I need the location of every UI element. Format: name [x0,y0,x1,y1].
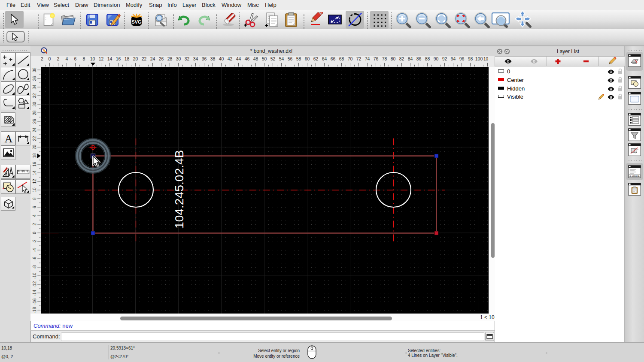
svg-text:66: 66 [331,56,336,61]
svg-text:14: 14 [107,56,112,61]
svg-text:10: 10 [90,56,95,61]
svg-text:26: 26 [32,119,37,124]
svg-text:18: 18 [125,56,130,61]
svg-text:-4: -4 [32,248,37,252]
svg-text:2: 2 [32,223,37,226]
svg-text:56: 56 [288,56,293,61]
svg-text:6: 6 [32,206,37,208]
svg-text:34: 34 [32,84,37,90]
svg-text:16: 16 [32,162,37,167]
svg-text:80: 80 [391,56,396,61]
svg-text:52: 52 [270,56,276,61]
svg-text:64: 64 [322,56,327,61]
svg-text:-10: -10 [32,272,37,279]
svg-text:48: 48 [253,56,258,61]
svg-text:c ommand: c ommand [630,175,639,177]
svg-text:44: 44 [236,56,241,61]
svg-text:-6: -6 [32,256,37,260]
svg-text:74: 74 [365,56,370,61]
svg-text:38: 38 [32,67,37,72]
svg-text:34: 34 [193,56,198,61]
svg-text:-2: -2 [32,239,37,243]
svg-text:72: 72 [356,56,361,61]
svg-text:86: 86 [416,56,422,61]
svg-text:-8: -8 [32,265,37,269]
svg-text:4: 4 [66,56,68,61]
svg-text:18: 18 [32,153,37,158]
svg-text:36: 36 [32,76,37,81]
svg-text:26: 26 [159,56,164,61]
svg-text:-16: -16 [32,298,37,305]
svg-text:42: 42 [228,56,233,61]
svg-text:54: 54 [279,56,284,61]
svg-text:76: 76 [374,56,379,61]
svg-text:32: 32 [32,93,37,98]
svg-text:82: 82 [399,56,404,61]
svg-text:14: 14 [32,170,37,175]
svg-text:4: 4 [32,214,37,217]
svg-text:0: 0 [32,232,37,234]
svg-text:90: 90 [434,56,439,61]
svg-text:6: 6 [74,56,77,61]
svg-text:24: 24 [150,56,155,61]
svg-text:38: 38 [210,56,216,61]
svg-text:100: 100 [475,56,483,61]
svg-text:98: 98 [468,56,473,61]
svg-text:104.245.02.4B: 104.245.02.4B [172,150,186,229]
svg-text:88: 88 [425,56,430,61]
svg-text:-14: -14 [32,290,37,296]
svg-text:50: 50 [262,56,267,61]
svg-text:20: 20 [32,145,37,150]
svg-text:30: 30 [32,102,37,107]
svg-text:12: 12 [99,56,104,61]
svg-text:10: 10 [32,187,37,193]
svg-text:22: 22 [142,56,147,61]
svg-text:94: 94 [451,56,456,61]
svg-text:28: 28 [167,56,173,61]
svg-text:12: 12 [32,179,37,184]
svg-text:2: 2 [41,56,43,61]
svg-text:40: 40 [219,56,224,61]
svg-text:10: 10 [483,57,489,61]
svg-text:36: 36 [202,56,207,61]
svg-text:2: 2 [57,56,60,61]
svg-text:8: 8 [83,56,85,61]
svg-text:30: 30 [176,56,181,61]
svg-text:28: 28 [32,110,37,115]
svg-text:24: 24 [32,127,37,133]
svg-text:A: A [4,133,12,145]
svg-text:58: 58 [296,56,301,61]
svg-text:96: 96 [459,56,465,61]
svg-text:-12: -12 [32,281,37,287]
svg-text:22: 22 [32,136,37,141]
svg-text:8: 8 [32,197,37,200]
svg-text:20: 20 [133,56,138,61]
svg-text:70: 70 [348,56,353,61]
svg-text:60: 60 [305,56,310,61]
svg-text:SVG: SVG [131,19,141,24]
svg-text:68: 68 [339,56,344,61]
svg-text:0: 0 [49,56,51,61]
svg-text:78: 78 [382,56,387,61]
svg-text:62: 62 [313,56,319,61]
svg-text:16: 16 [116,56,121,61]
svg-text:84: 84 [408,56,413,61]
svg-text:46: 46 [245,56,250,61]
svg-text:-18: -18 [32,307,37,313]
svg-text:92: 92 [442,56,447,61]
svg-text:32: 32 [185,56,190,61]
